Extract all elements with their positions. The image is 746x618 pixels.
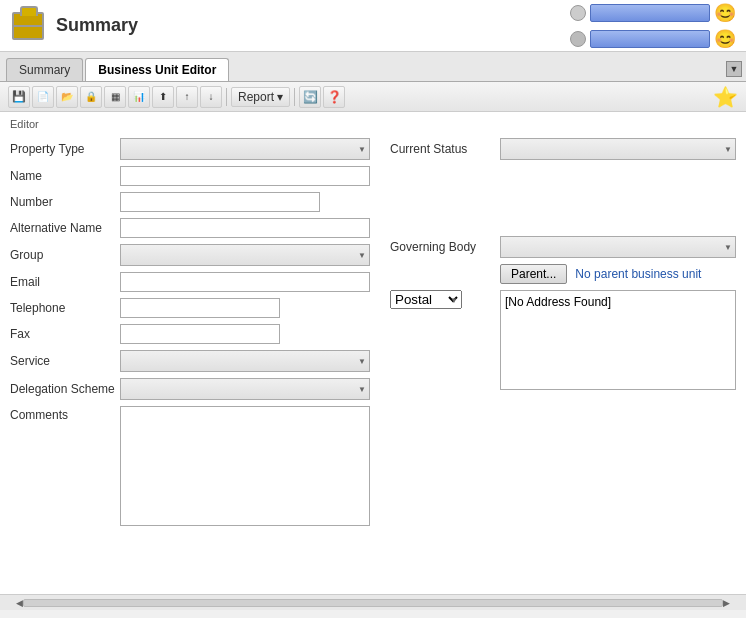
header-input-2[interactable] [590, 30, 710, 48]
refresh-button[interactable]: 🔄 [299, 86, 321, 108]
alternative-name-label: Alternative Name [10, 221, 120, 235]
header-input-1[interactable] [590, 4, 710, 22]
parent-link[interactable]: No parent business unit [575, 267, 701, 281]
scrollbar-track[interactable] [23, 599, 723, 607]
alternative-name-input[interactable] [120, 218, 370, 238]
governing-body-row: Governing Body [390, 236, 736, 258]
help-button[interactable]: ❓ [323, 86, 345, 108]
postal-select-wrapper: Postal Physical Other [390, 290, 462, 309]
name-input[interactable] [120, 166, 370, 186]
number-input[interactable] [120, 192, 320, 212]
group-label: Group [10, 248, 120, 262]
new-icon: 📄 [37, 91, 49, 102]
email-row: Email [10, 272, 370, 292]
scroll-left-arrow[interactable]: ◀ [16, 598, 23, 608]
group-select[interactable] [120, 244, 370, 266]
delegation-scheme-select[interactable] [120, 378, 370, 400]
toolbar: 💾 📄 📂 🔒 ▦ 📊 ⬆ ↑ ↓ Report ▾ 🔄 ❓ ⭐ [0, 82, 746, 112]
delegation-scheme-select-wrapper [120, 378, 370, 400]
property-type-label: Property Type [10, 142, 120, 156]
fax-label: Fax [10, 327, 120, 341]
tab-business-unit-editor[interactable]: Business Unit Editor [85, 58, 229, 81]
service-select-wrapper [120, 350, 370, 372]
report-button[interactable]: Report ▾ [231, 87, 290, 107]
move-down-button[interactable]: ↓ [200, 86, 222, 108]
telephone-row: Telephone [10, 298, 370, 318]
save-button[interactable]: 💾 [8, 86, 30, 108]
form-left: Property Type Name Number Alternative N [10, 138, 370, 532]
report-label: Report [238, 90, 274, 104]
refresh-icon: 🔄 [303, 90, 318, 104]
service-select[interactable] [120, 350, 370, 372]
property-type-row: Property Type [10, 138, 370, 160]
telephone-label: Telephone [10, 301, 120, 315]
spacer [390, 166, 736, 236]
number-row: Number [10, 192, 370, 212]
delegation-scheme-row: Delegation Scheme [10, 378, 370, 400]
comments-label: Comments [10, 408, 120, 422]
alternative-name-row: Alternative Name [10, 218, 370, 238]
lock-icon: 🔒 [85, 91, 97, 102]
star-button[interactable]: ⭐ [713, 85, 738, 109]
user-avatar-icon-2 [570, 31, 586, 47]
current-status-label: Current Status [390, 142, 500, 156]
email-label: Email [10, 275, 120, 289]
postal-row: Postal Physical Other [No Address Found] [390, 290, 736, 390]
fax-row: Fax [10, 324, 370, 344]
delegation-scheme-label: Delegation Scheme [10, 382, 120, 396]
group-select-wrapper [120, 244, 370, 266]
governing-body-select-wrapper [500, 236, 736, 258]
app-icon [10, 8, 46, 44]
upload-icon: ⬆ [159, 91, 167, 102]
tabs-dropdown-button[interactable]: ▼ [726, 61, 742, 77]
current-status-row: Current Status [390, 138, 736, 160]
number-label: Number [10, 195, 120, 209]
current-status-select[interactable] [500, 138, 736, 160]
form-layout: Property Type Name Number Alternative N [10, 138, 736, 532]
chart-button[interactable]: 📊 [128, 86, 150, 108]
parent-row: Parent... No parent business unit [390, 264, 736, 284]
header-row-1: 😊 [570, 2, 736, 24]
save-icon: 💾 [12, 90, 26, 103]
service-label: Service [10, 354, 120, 368]
lock-button[interactable]: 🔒 [80, 86, 102, 108]
governing-body-select[interactable] [500, 236, 736, 258]
upload-button[interactable]: ⬆ [152, 86, 174, 108]
address-textarea[interactable]: [No Address Found] [500, 290, 736, 390]
main-content: Editor Property Type Name Number [0, 112, 746, 594]
header-row-2: 😊 [570, 28, 736, 50]
tabs-bar: Summary Business Unit Editor ▼ [0, 52, 746, 82]
toolbar-separator-2 [294, 88, 295, 106]
smiley-icon-1: 😊 [714, 2, 736, 24]
user-avatar-icon [570, 5, 586, 21]
help-icon: ❓ [327, 90, 342, 104]
open-button[interactable]: 📂 [56, 86, 78, 108]
horizontal-scrollbar[interactable]: ◀ ▶ [0, 594, 746, 610]
telephone-input[interactable] [120, 298, 280, 318]
fax-input[interactable] [120, 324, 280, 344]
parent-button[interactable]: Parent... [500, 264, 567, 284]
comments-textarea[interactable] [120, 406, 370, 526]
postal-select[interactable]: Postal Physical Other [390, 290, 462, 309]
group-row: Group [10, 244, 370, 266]
grid-icon: ▦ [111, 91, 120, 102]
move-up-button[interactable]: ↑ [176, 86, 198, 108]
move-down-icon: ↓ [209, 91, 214, 102]
app-header: Summary 😊 😊 [0, 0, 746, 52]
scroll-right-arrow[interactable]: ▶ [723, 598, 730, 608]
property-type-select[interactable] [120, 138, 370, 160]
editor-section-label: Editor [10, 118, 736, 130]
email-input[interactable] [120, 272, 370, 292]
open-icon: 📂 [61, 91, 73, 102]
name-row: Name [10, 166, 370, 186]
new-button[interactable]: 📄 [32, 86, 54, 108]
grid-button[interactable]: ▦ [104, 86, 126, 108]
current-status-select-wrapper [500, 138, 736, 160]
report-dropdown-icon: ▾ [277, 90, 283, 104]
governing-body-label: Governing Body [390, 240, 500, 254]
briefcase-icon [12, 12, 44, 40]
comments-row: Comments [10, 406, 370, 526]
postal-label-wrapper: Postal Physical Other [390, 290, 500, 309]
app-title: Summary [56, 15, 570, 36]
tab-summary[interactable]: Summary [6, 58, 83, 81]
